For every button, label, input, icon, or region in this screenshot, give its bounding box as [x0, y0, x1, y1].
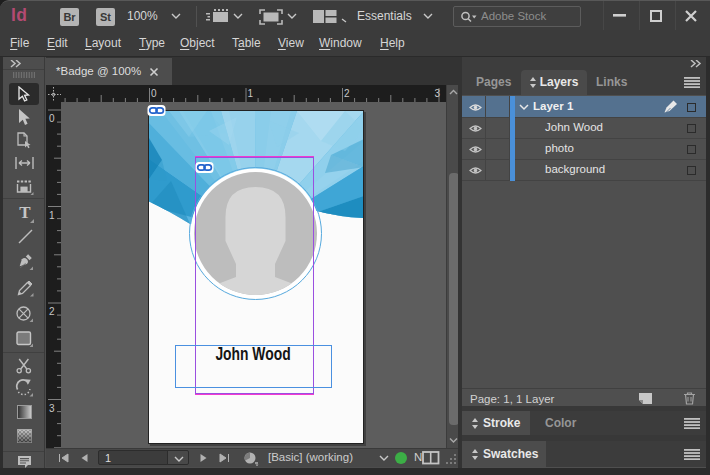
svg-text:0: 0 [151, 88, 157, 99]
svg-text:1: 1 [49, 210, 55, 221]
svg-text:3: 3 [435, 88, 441, 99]
svg-text:0: 0 [49, 113, 55, 124]
svg-text:2: 2 [49, 306, 55, 317]
svg-text:3: 3 [49, 403, 55, 414]
svg-text:2: 2 [344, 88, 350, 99]
svg-text:John Wood: John Wood [215, 343, 290, 363]
svg-text:1: 1 [248, 88, 254, 99]
